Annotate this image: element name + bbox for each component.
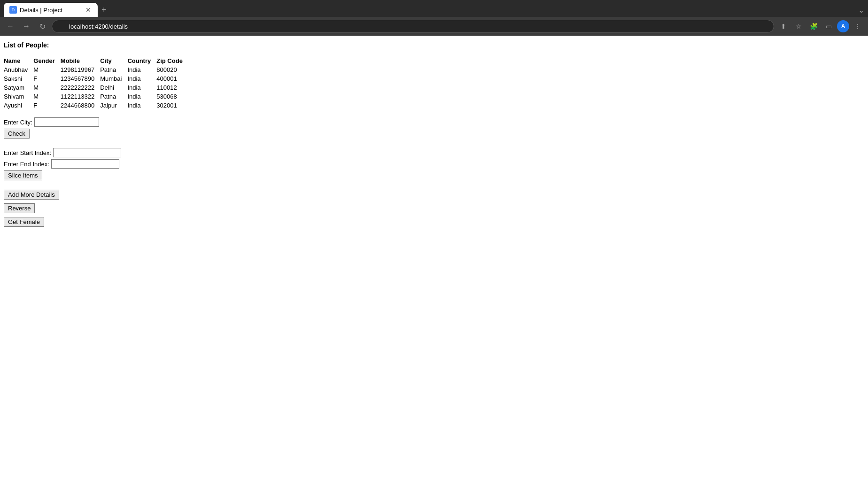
toolbar-icons: ⬆ ☆ 🧩 ▭ A ⋮ — [777, 20, 864, 33]
table-cell: 2244668800 — [61, 101, 100, 110]
table-cell: 2222222222 — [61, 83, 100, 92]
table-cell: Delhi — [100, 83, 127, 92]
col-header-city: City — [100, 56, 127, 65]
start-index-label: Enter Start Index: — [4, 149, 51, 156]
back-button[interactable]: ← — [4, 20, 17, 33]
table-cell: Patna — [100, 92, 127, 101]
table-cell: F — [33, 74, 61, 83]
city-form-row: Enter City: — [4, 117, 864, 127]
table-cell: M — [33, 83, 61, 92]
reverse-button[interactable]: Reverse — [4, 203, 35, 213]
end-index-input[interactable] — [51, 159, 119, 169]
table-cell: M — [33, 65, 61, 74]
check-button[interactable]: Check — [4, 129, 30, 139]
col-header-mobile: Mobile — [61, 56, 100, 65]
refresh-button[interactable]: ↻ — [36, 20, 49, 33]
city-label: Enter City: — [4, 119, 32, 126]
table-cell: Mumbai — [100, 74, 127, 83]
extensions-button[interactable]: 🧩 — [807, 20, 820, 33]
table-row: AnubhavM1298119967PatnaIndia800020 — [4, 65, 188, 74]
col-header-zipcode: Zip Code — [156, 56, 188, 65]
table-row: SatyamM2222222222DelhiIndia110012 — [4, 83, 188, 92]
buttons-section: Add More Details Reverse Get Female — [4, 190, 864, 231]
table-cell: 400001 — [156, 74, 188, 83]
add-more-details-button[interactable]: Add More Details — [4, 190, 59, 200]
tab-title: Details | Project — [20, 7, 62, 14]
page-content: List of People: Name Gender Mobile City … — [0, 36, 868, 236]
address-bar[interactable] — [52, 20, 774, 33]
page-title: List of People: — [4, 41, 864, 49]
table-row: ShivamM1122113322PatnaIndia530068 — [4, 92, 188, 101]
table-row: AyushiF2244668800JaipurIndia302001 — [4, 101, 188, 110]
table-cell: Shivam — [4, 92, 33, 101]
profile-button[interactable]: A — [837, 20, 849, 32]
bookmark-button[interactable]: ☆ — [792, 20, 805, 33]
tab-favicon: D — [9, 6, 17, 14]
table-cell: 110012 — [156, 83, 188, 92]
people-table: Name Gender Mobile City Country Zip Code… — [4, 56, 188, 110]
table-cell: M — [33, 92, 61, 101]
active-tab[interactable]: D Details | Project ✕ — [4, 3, 98, 17]
browser-chrome: D Details | Project ✕ + ⌄ ← → ↻ ⬆ ☆ 🧩 ▭ … — [0, 0, 868, 36]
tab-menu-button[interactable]: ⌄ — [854, 6, 868, 15]
col-header-gender: Gender — [33, 56, 61, 65]
end-index-row: Enter End Index: — [4, 159, 864, 169]
forward-button[interactable]: → — [20, 20, 33, 33]
slice-items-button[interactable]: Slice Items — [4, 170, 42, 180]
table-cell: Jaipur — [100, 101, 127, 110]
get-female-button[interactable]: Get Female — [4, 217, 44, 227]
share-button[interactable]: ⬆ — [777, 20, 790, 33]
table-cell: F — [33, 101, 61, 110]
table-cell: Ayushi — [4, 101, 33, 110]
table-cell: India — [127, 101, 156, 110]
table-header-row: Name Gender Mobile City Country Zip Code — [4, 56, 188, 65]
start-index-row: Enter Start Index: — [4, 148, 864, 157]
end-index-label: Enter End Index: — [4, 161, 49, 168]
start-index-input[interactable] — [53, 148, 121, 157]
new-tab-button[interactable]: + — [98, 5, 110, 15]
table-cell: India — [127, 92, 156, 101]
city-input[interactable] — [34, 117, 99, 127]
table-cell: India — [127, 74, 156, 83]
city-form: Enter City: Check — [4, 117, 864, 142]
table-row: SakshiF1234567890MumbaiIndia400001 — [4, 74, 188, 83]
tab-bar: D Details | Project ✕ + ⌄ — [0, 0, 868, 17]
sidebar-toggle-button[interactable]: ▭ — [822, 20, 835, 33]
browser-toolbar: ← → ↻ ⬆ ☆ 🧩 ▭ A ⋮ — [0, 17, 868, 36]
col-header-name: Name — [4, 56, 33, 65]
table-cell: 1122113322 — [61, 92, 100, 101]
slice-form: Enter Start Index: Enter End Index: Slic… — [4, 148, 864, 184]
table-cell: 1298119967 — [61, 65, 100, 74]
table-cell: India — [127, 83, 156, 92]
menu-button[interactable]: ⋮ — [851, 20, 864, 33]
tab-close-button[interactable]: ✕ — [85, 6, 92, 14]
table-cell: Patna — [100, 65, 127, 74]
table-cell: Anubhav — [4, 65, 33, 74]
table-cell: 530068 — [156, 92, 188, 101]
address-bar-container — [52, 20, 774, 33]
table-cell: India — [127, 65, 156, 74]
table-cell: 302001 — [156, 101, 188, 110]
col-header-country: Country — [127, 56, 156, 65]
table-cell: Satyam — [4, 83, 33, 92]
table-cell: Sakshi — [4, 74, 33, 83]
table-cell: 800020 — [156, 65, 188, 74]
table-cell: 1234567890 — [61, 74, 100, 83]
